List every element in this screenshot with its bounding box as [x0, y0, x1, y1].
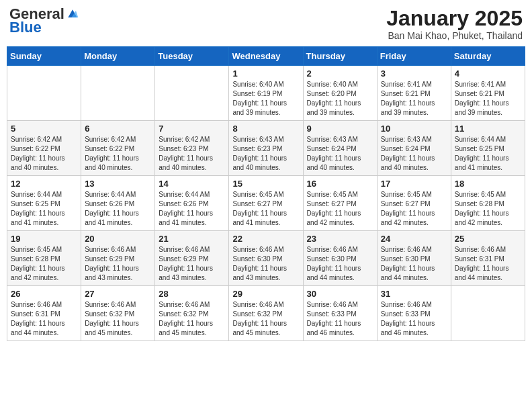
calendar-day-cell: 12Sunrise: 6:44 AM Sunset: 6:25 PM Dayli…	[7, 176, 81, 231]
day-number: 27	[85, 289, 151, 299]
logo-blue-text: Blue	[9, 19, 42, 36]
calendar-day-cell: 3Sunrise: 6:41 AM Sunset: 6:21 PM Daylig…	[377, 66, 451, 121]
day-info: Sunrise: 6:44 AM Sunset: 6:26 PM Dayligh…	[85, 190, 151, 228]
calendar-day-cell: 18Sunrise: 6:45 AM Sunset: 6:28 PM Dayli…	[451, 176, 525, 231]
day-info: Sunrise: 6:42 AM Sunset: 6:22 PM Dayligh…	[85, 135, 151, 173]
day-info: Sunrise: 6:46 AM Sunset: 6:33 PM Dayligh…	[307, 300, 373, 338]
day-info: Sunrise: 6:42 AM Sunset: 6:22 PM Dayligh…	[11, 135, 77, 173]
day-number: 1	[232, 68, 299, 79]
day-info: Sunrise: 6:46 AM Sunset: 6:33 PM Dayligh…	[381, 300, 447, 338]
day-number: 7	[159, 124, 225, 134]
day-number: 9	[307, 124, 373, 134]
day-number: 28	[159, 289, 225, 299]
calendar-day-cell: 23Sunrise: 6:46 AM Sunset: 6:30 PM Dayli…	[303, 231, 377, 286]
calendar-day-cell: 2Sunrise: 6:40 AM Sunset: 6:20 PM Daylig…	[303, 66, 377, 121]
calendar-day-cell: 1Sunrise: 6:40 AM Sunset: 6:19 PM Daylig…	[229, 66, 303, 121]
day-info: Sunrise: 6:41 AM Sunset: 6:21 PM Dayligh…	[381, 80, 447, 118]
day-info: Sunrise: 6:40 AM Sunset: 6:20 PM Dayligh…	[307, 80, 373, 118]
day-number: 3	[381, 68, 447, 79]
day-info: Sunrise: 6:46 AM Sunset: 6:32 PM Dayligh…	[85, 300, 151, 338]
day-number: 21	[159, 234, 225, 244]
day-info: Sunrise: 6:46 AM Sunset: 6:29 PM Dayligh…	[159, 245, 225, 283]
day-number: 30	[307, 289, 373, 299]
day-info: Sunrise: 6:46 AM Sunset: 6:30 PM Dayligh…	[232, 245, 299, 283]
day-number: 22	[232, 234, 299, 244]
calendar-day-cell	[451, 286, 525, 341]
calendar-week-row: 26Sunrise: 6:46 AM Sunset: 6:31 PM Dayli…	[7, 286, 525, 341]
day-info: Sunrise: 6:43 AM Sunset: 6:24 PM Dayligh…	[307, 135, 373, 173]
day-number: 14	[159, 179, 225, 189]
day-number: 15	[232, 179, 299, 189]
day-info: Sunrise: 6:45 AM Sunset: 6:28 PM Dayligh…	[11, 245, 77, 283]
day-number: 10	[381, 124, 447, 134]
header-row: SundayMondayTuesdayWednesdayThursdayFrid…	[7, 47, 525, 66]
calendar-day-cell: 4Sunrise: 6:41 AM Sunset: 6:21 PM Daylig…	[451, 66, 525, 121]
day-info: Sunrise: 6:44 AM Sunset: 6:25 PM Dayligh…	[11, 190, 77, 228]
day-of-week-header: Friday	[377, 47, 451, 66]
calendar-day-cell: 14Sunrise: 6:44 AM Sunset: 6:26 PM Dayli…	[155, 176, 229, 231]
day-number: 25	[455, 234, 521, 244]
calendar-day-cell: 8Sunrise: 6:43 AM Sunset: 6:23 PM Daylig…	[229, 121, 303, 176]
day-of-week-header: Monday	[81, 47, 155, 66]
calendar-day-cell: 21Sunrise: 6:46 AM Sunset: 6:29 PM Dayli…	[155, 231, 229, 286]
day-number: 23	[307, 234, 373, 244]
calendar-table: SundayMondayTuesdayWednesdayThursdayFrid…	[7, 46, 525, 341]
calendar-day-cell: 30Sunrise: 6:46 AM Sunset: 6:33 PM Dayli…	[303, 286, 377, 341]
day-number: 19	[11, 234, 77, 244]
calendar-day-cell	[81, 66, 155, 121]
day-info: Sunrise: 6:43 AM Sunset: 6:24 PM Dayligh…	[381, 135, 447, 173]
calendar-day-cell: 31Sunrise: 6:46 AM Sunset: 6:33 PM Dayli…	[377, 286, 451, 341]
calendar-day-cell: 6Sunrise: 6:42 AM Sunset: 6:22 PM Daylig…	[81, 121, 155, 176]
calendar-day-cell: 29Sunrise: 6:46 AM Sunset: 6:32 PM Dayli…	[229, 286, 303, 341]
day-of-week-header: Tuesday	[155, 47, 229, 66]
calendar-day-cell: 9Sunrise: 6:43 AM Sunset: 6:24 PM Daylig…	[303, 121, 377, 176]
day-number: 12	[11, 179, 77, 189]
calendar-day-cell: 24Sunrise: 6:46 AM Sunset: 6:30 PM Dayli…	[377, 231, 451, 286]
calendar-day-cell: 27Sunrise: 6:46 AM Sunset: 6:32 PM Dayli…	[81, 286, 155, 341]
day-info: Sunrise: 6:46 AM Sunset: 6:32 PM Dayligh…	[232, 300, 299, 338]
day-number: 17	[381, 179, 447, 189]
calendar-week-row: 5Sunrise: 6:42 AM Sunset: 6:22 PM Daylig…	[7, 121, 525, 176]
day-number: 29	[232, 289, 299, 299]
day-number: 5	[11, 124, 77, 134]
day-info: Sunrise: 6:46 AM Sunset: 6:30 PM Dayligh…	[307, 245, 373, 283]
calendar-day-cell	[7, 66, 81, 121]
calendar-day-cell: 22Sunrise: 6:46 AM Sunset: 6:30 PM Dayli…	[229, 231, 303, 286]
day-number: 13	[85, 179, 151, 189]
day-info: Sunrise: 6:43 AM Sunset: 6:23 PM Dayligh…	[232, 135, 299, 173]
day-number: 2	[307, 68, 373, 79]
day-info: Sunrise: 6:46 AM Sunset: 6:31 PM Dayligh…	[455, 245, 521, 283]
day-info: Sunrise: 6:45 AM Sunset: 6:28 PM Dayligh…	[455, 190, 521, 228]
day-info: Sunrise: 6:40 AM Sunset: 6:19 PM Dayligh…	[232, 80, 299, 118]
location-text: Ban Mai Khao, Phuket, Thailand	[386, 30, 523, 41]
day-info: Sunrise: 6:46 AM Sunset: 6:29 PM Dayligh…	[85, 245, 151, 283]
day-number: 6	[85, 124, 151, 134]
day-number: 26	[11, 289, 77, 299]
calendar-day-cell: 5Sunrise: 6:42 AM Sunset: 6:22 PM Daylig…	[7, 121, 81, 176]
calendar-day-cell: 25Sunrise: 6:46 AM Sunset: 6:31 PM Dayli…	[451, 231, 525, 286]
page-header: General Blue January 2025 Ban Mai Khao, …	[7, 7, 525, 41]
calendar-week-row: 12Sunrise: 6:44 AM Sunset: 6:25 PM Dayli…	[7, 176, 525, 231]
day-of-week-header: Saturday	[451, 47, 525, 66]
calendar-day-cell: 17Sunrise: 6:45 AM Sunset: 6:27 PM Dayli…	[377, 176, 451, 231]
day-of-week-header: Wednesday	[229, 47, 303, 66]
day-number: 20	[85, 234, 151, 244]
day-info: Sunrise: 6:46 AM Sunset: 6:32 PM Dayligh…	[159, 300, 225, 338]
day-number: 18	[455, 179, 521, 189]
calendar-day-cell: 28Sunrise: 6:46 AM Sunset: 6:32 PM Dayli…	[155, 286, 229, 341]
day-number: 8	[232, 124, 299, 134]
logo-icon	[66, 7, 79, 21]
calendar-day-cell: 19Sunrise: 6:45 AM Sunset: 6:28 PM Dayli…	[7, 231, 81, 286]
day-info: Sunrise: 6:45 AM Sunset: 6:27 PM Dayligh…	[232, 190, 299, 228]
calendar-day-cell: 26Sunrise: 6:46 AM Sunset: 6:31 PM Dayli…	[7, 286, 81, 341]
calendar-header: SundayMondayTuesdayWednesdayThursdayFrid…	[7, 47, 525, 66]
calendar-week-row: 1Sunrise: 6:40 AM Sunset: 6:19 PM Daylig…	[7, 66, 525, 121]
calendar-day-cell: 16Sunrise: 6:45 AM Sunset: 6:27 PM Dayli…	[303, 176, 377, 231]
logo: General Blue	[9, 7, 79, 36]
calendar-day-cell	[155, 66, 229, 121]
title-block: January 2025 Ban Mai Khao, Phuket, Thail…	[386, 7, 523, 41]
calendar-body: 1Sunrise: 6:40 AM Sunset: 6:19 PM Daylig…	[7, 66, 525, 341]
calendar-day-cell: 20Sunrise: 6:46 AM Sunset: 6:29 PM Dayli…	[81, 231, 155, 286]
day-info: Sunrise: 6:44 AM Sunset: 6:25 PM Dayligh…	[455, 135, 521, 173]
calendar-day-cell: 11Sunrise: 6:44 AM Sunset: 6:25 PM Dayli…	[451, 121, 525, 176]
